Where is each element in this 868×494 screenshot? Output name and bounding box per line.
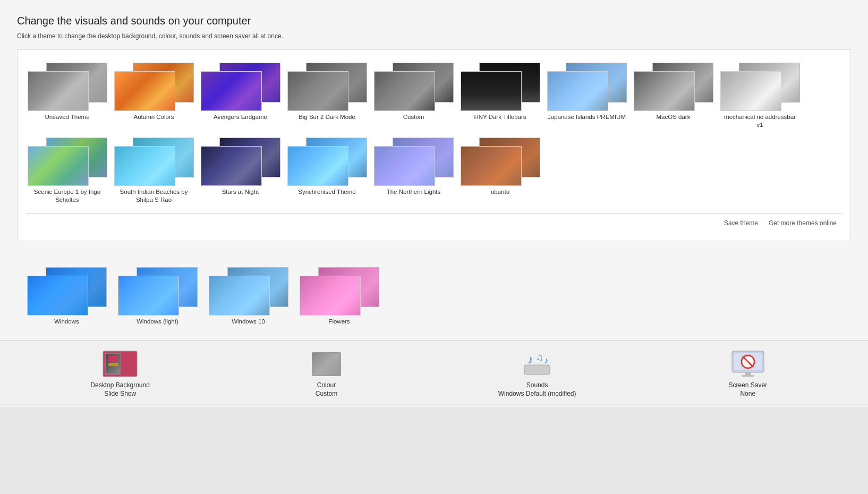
theme-item-northern[interactable]: The Northern Lights	[372, 135, 455, 206]
footer-screensaver[interactable]: Screen SaverNone	[713, 350, 782, 399]
theme-preview-front-macos	[634, 71, 695, 111]
theme-label-flowers: Flowers	[328, 318, 350, 326]
theme-preview-wrapper-windowslight	[118, 267, 198, 318]
theme-preview-wrapper-avengers	[201, 63, 280, 113]
theme-label-bigsur: Big Sur 2 Dark Mode	[299, 113, 355, 121]
theme-preview-front-windows10	[209, 276, 270, 316]
theme-preview-front-windows	[27, 276, 88, 316]
svg-text:♫: ♫	[536, 352, 543, 363]
theme-preview-front-synch	[287, 146, 348, 186]
svg-rect-3	[108, 355, 118, 362]
theme-label-mechanical: mechanical no addressbar v1	[721, 113, 799, 129]
theme-item-synch[interactable]: Synchronised Theme	[286, 135, 368, 206]
theme-item-macos[interactable]: MacOS dark	[632, 61, 714, 131]
footer-desktop-bg[interactable]: Desktop BackgroundSlide Show	[86, 350, 155, 399]
svg-rect-15	[742, 375, 754, 377]
page-subtitle: Click a theme to change the desktop back…	[17, 32, 851, 40]
screensaver-svg	[730, 350, 766, 378]
top-section: Change the visuals and sounds on your co…	[0, 0, 868, 252]
theme-item-windows[interactable]: Windows	[25, 265, 108, 328]
theme-preview-front-mechanical	[720, 71, 781, 111]
theme-preview-front-flowers	[300, 276, 361, 316]
theme-item-avengers[interactable]: Avengers Endgame	[199, 61, 282, 131]
theme-preview-wrapper-stars	[201, 138, 280, 188]
theme-label-northern: The Northern Lights	[387, 188, 441, 196]
theme-preview-front-ubuntu	[461, 146, 522, 186]
sounds-svg: ♪ ♫ ♪	[519, 350, 555, 378]
theme-preview-front-windowslight	[118, 276, 179, 316]
theme-label-custom: Custom	[403, 113, 424, 121]
theme-item-autumn[interactable]: Autumn Colors	[113, 61, 195, 131]
theme-item-southindian[interactable]: South Indian Beaches by Shilpa S Rao	[113, 135, 195, 206]
screensaver-icon	[729, 350, 767, 379]
svg-text:♪: ♪	[544, 356, 548, 365]
desktop-bg-icon	[101, 350, 139, 379]
theme-item-windows10[interactable]: Windows 10	[207, 265, 290, 328]
theme-label-avengers: Avengers Endgame	[214, 113, 267, 121]
theme-item-flowers[interactable]: Flowers	[298, 265, 380, 328]
page-title: Change the visuals and sounds on your co…	[17, 15, 851, 27]
main-container: Change the visuals and sounds on your co…	[0, 0, 868, 407]
theme-preview-wrapper-windows10	[209, 267, 288, 318]
themes-grid: Unsaved ThemeAutumn ColorsAvengers Endga…	[26, 61, 842, 206]
theme-item-custom[interactable]: Custom	[372, 61, 455, 131]
theme-preview-wrapper-northern	[374, 138, 454, 188]
theme-item-windowslight[interactable]: Windows (light)	[116, 265, 199, 328]
theme-preview-front-bigsur	[287, 71, 348, 111]
get-more-themes-link[interactable]: Get more themes online	[769, 219, 837, 227]
theme-preview-front-avengers	[201, 71, 262, 111]
footer-colour-label: ColourCustom	[316, 381, 337, 399]
theme-preview-wrapper-windows	[27, 267, 107, 318]
theme-preview-wrapper-southindian	[114, 138, 194, 188]
theme-item-hny[interactable]: HNY Dark Titlebars	[459, 61, 541, 131]
colour-swatch	[312, 352, 341, 376]
theme-item-mechanical[interactable]: mechanical no addressbar v1	[719, 61, 801, 131]
footer-colour[interactable]: ColourCustom	[292, 350, 361, 399]
theme-item-bigsur[interactable]: Big Sur 2 Dark Mode	[286, 61, 368, 131]
theme-preview-front-northern	[374, 146, 435, 186]
theme-preview-front-hny	[461, 71, 522, 111]
theme-label-synch: Synchronised Theme	[298, 188, 355, 196]
theme-preview-wrapper-synch	[287, 138, 367, 188]
default-themes-grid: WindowsWindows (light)Windows 10Flowers	[25, 265, 843, 328]
themes-area: Unsaved ThemeAutumn ColorsAvengers Endga…	[17, 49, 851, 241]
svg-rect-4	[108, 363, 118, 366]
colour-icon	[308, 350, 345, 379]
theme-item-stars[interactable]: Stars at Night	[199, 135, 282, 206]
theme-preview-wrapper-scenic	[28, 138, 107, 188]
theme-label-autumn: Autumn Colors	[133, 113, 174, 121]
theme-label-scenic: Scenic Europe 1 by Ingo Scholtes	[28, 188, 106, 204]
theme-label-hny: HNY Dark Titlebars	[474, 113, 526, 121]
theme-item-japanese[interactable]: Japanese Islands PREMIUM	[546, 61, 628, 131]
svg-rect-5	[524, 365, 550, 374]
svg-rect-14	[745, 372, 751, 375]
desktop-bg-svg	[102, 350, 138, 378]
theme-preview-front-southindian	[114, 146, 175, 186]
theme-actions: Save theme Get more themes online	[26, 219, 842, 232]
theme-preview-wrapper-mechanical	[720, 63, 800, 113]
theme-label-japanese: Japanese Islands PREMIUM	[548, 113, 626, 121]
theme-preview-wrapper-japanese	[547, 63, 627, 113]
theme-preview-wrapper-ubuntu	[461, 138, 540, 188]
theme-preview-front-scenic	[28, 146, 89, 186]
footer-sounds[interactable]: ♪ ♫ ♪ SoundsWindows Default (modified)	[498, 350, 576, 399]
theme-item-unsaved[interactable]: Unsaved Theme	[26, 61, 108, 131]
save-theme-link[interactable]: Save theme	[724, 219, 758, 227]
theme-label-ubuntu: ubuntu	[491, 188, 509, 196]
theme-item-scenic[interactable]: Scenic Europe 1 by Ingo Scholtes	[26, 135, 108, 206]
theme-label-stars: Stars at Night	[222, 188, 259, 196]
footer: Desktop BackgroundSlide Show ColourCusto…	[0, 340, 868, 407]
theme-label-macos: MacOS dark	[657, 113, 691, 121]
theme-preview-wrapper-hny	[461, 63, 540, 113]
theme-preview-front-autumn	[114, 71, 175, 111]
footer-bg-label1: Desktop BackgroundSlide Show	[90, 381, 149, 399]
theme-preview-front-stars	[201, 146, 262, 186]
themes-divider	[26, 214, 842, 214]
theme-label-unsaved: Unsaved Theme	[45, 113, 89, 121]
theme-label-windowslight: Windows (light)	[137, 318, 178, 326]
theme-item-ubuntu[interactable]: ubuntu	[459, 135, 541, 206]
theme-preview-front-custom	[374, 71, 435, 111]
default-themes-section: WindowsWindows (light)Windows 10Flowers	[0, 252, 868, 340]
theme-preview-wrapper-custom	[374, 63, 454, 113]
footer-sounds-label: SoundsWindows Default (modified)	[498, 381, 576, 399]
